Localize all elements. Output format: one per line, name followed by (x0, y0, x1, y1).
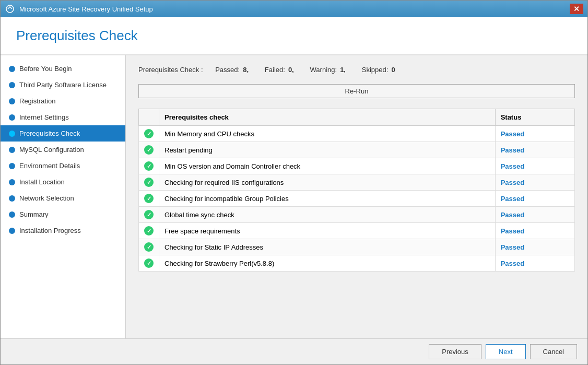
sidebar-item-mysql-configuration[interactable]: MySQL Configuration (1, 142, 125, 158)
sidebar-dot (9, 163, 15, 169)
next-button[interactable]: Next (486, 344, 526, 359)
sidebar-item-summary[interactable]: Summary (1, 206, 125, 222)
sidebar-dot (9, 228, 15, 234)
sidebar-item-internet-settings[interactable]: Internet Settings (1, 109, 125, 125)
summary-label: Prerequisites Check : (138, 66, 203, 74)
sidebar-item-prerequisites-check[interactable]: Prerequisites Check (1, 125, 125, 142)
footer: Previous Next Cancel (1, 338, 587, 364)
row-icon-cell: ✓ (139, 207, 159, 223)
status-passed-link[interactable]: Passed (501, 211, 525, 219)
row-status[interactable]: Passed (495, 191, 574, 207)
status-passed-link[interactable]: Passed (501, 243, 525, 251)
app-icon (5, 4, 15, 14)
check-passed-icon: ✓ (144, 242, 154, 252)
cancel-button[interactable]: Cancel (530, 344, 577, 359)
table-row: ✓Checking for required IIS configuration… (139, 174, 575, 191)
row-status[interactable]: Passed (495, 223, 574, 239)
table-row: ✓Free space requirementsPassed (139, 223, 575, 239)
sidebar-dot (9, 131, 15, 137)
warning-label: Warning: (310, 66, 337, 74)
row-icon-cell: ✓ (139, 158, 159, 174)
row-check-name: Checking for required IIS configurations (159, 174, 496, 191)
main-window: Microsoft Azure Site Recovery Unified Se… (0, 0, 588, 365)
status-passed-link[interactable]: Passed (501, 260, 525, 267)
table-row: ✓Checking for Static IP AddressesPassed (139, 239, 575, 255)
row-icon-cell: ✓ (139, 174, 159, 191)
table-row: ✓Global time sync checkPassed (139, 207, 575, 223)
status-passed-link[interactable]: Passed (501, 195, 525, 203)
row-status[interactable]: Passed (495, 142, 574, 158)
row-check-name: Checking for Strawberry Perl(v5.8.8) (159, 255, 496, 272)
check-passed-icon: ✓ (144, 210, 154, 219)
title-bar-left: Microsoft Azure Site Recovery Unified Se… (5, 4, 153, 14)
sidebar-dot (9, 179, 15, 185)
row-check-name: Min Memory and CPU checks (159, 126, 496, 142)
status-passed-link[interactable]: Passed (501, 146, 525, 154)
table-row: ✓Min Memory and CPU checksPassed (139, 126, 575, 142)
check-passed-icon: ✓ (144, 145, 154, 155)
sidebar-item-label: Installation Progress (19, 227, 81, 234)
status-passed-link[interactable]: Passed (501, 130, 525, 138)
row-icon-cell: ✓ (139, 142, 159, 158)
passed-value: 8, (243, 66, 249, 74)
row-status[interactable]: Passed (495, 239, 574, 255)
check-table: Prerequisites check Status ✓Min Memory a… (138, 109, 575, 272)
skipped-value: 0 (391, 66, 395, 74)
sidebar-dot (9, 147, 15, 153)
prereq-summary: Prerequisites Check : Passed: 8, Failed:… (138, 66, 575, 74)
row-status[interactable]: Passed (495, 174, 574, 191)
previous-button[interactable]: Previous (429, 344, 481, 359)
sidebar-item-environment-details[interactable]: Environment Details (1, 158, 125, 174)
warning-value: 1, (340, 66, 346, 74)
sidebar-item-label: Network Selection (19, 194, 74, 202)
check-passed-icon: ✓ (144, 129, 154, 138)
table-col-status: Status (495, 109, 574, 126)
row-status[interactable]: Passed (495, 126, 574, 142)
check-passed-icon: ✓ (144, 161, 154, 171)
row-check-name: Min OS version and Domain Controller che… (159, 158, 496, 174)
table-row: ✓Restart pendingPassed (139, 142, 575, 158)
sidebar: Before You BeginThird Party Software Lic… (1, 55, 126, 338)
check-passed-icon: ✓ (144, 178, 154, 187)
status-passed-link[interactable]: Passed (501, 162, 525, 170)
sidebar-dot (9, 211, 15, 218)
row-icon-cell: ✓ (139, 223, 159, 239)
rerun-button[interactable]: Re-Run (138, 84, 575, 98)
sidebar-dot (9, 82, 15, 88)
status-passed-link[interactable]: Passed (501, 227, 525, 235)
window-title: Microsoft Azure Site Recovery Unified Se… (19, 5, 153, 13)
row-icon-cell: ✓ (139, 239, 159, 255)
table-row: ✓Min OS version and Domain Controller ch… (139, 158, 575, 174)
row-check-name: Global time sync check (159, 207, 496, 223)
page-title: Prerequisites Check (16, 28, 572, 44)
sidebar-dot (9, 195, 15, 202)
sidebar-item-label: Registration (19, 97, 55, 105)
row-check-name: Checking for incompatible Group Policies (159, 191, 496, 207)
check-passed-icon: ✓ (144, 226, 154, 236)
sidebar-item-before-you-begin[interactable]: Before You Begin (1, 61, 125, 77)
title-bar: Microsoft Azure Site Recovery Unified Se… (1, 1, 587, 17)
status-passed-link[interactable]: Passed (501, 179, 525, 186)
sidebar-item-third-party-software-license[interactable]: Third Party Software License (1, 77, 125, 93)
row-status[interactable]: Passed (495, 207, 574, 223)
sidebar-item-registration[interactable]: Registration (1, 93, 125, 109)
row-icon-cell: ✓ (139, 255, 159, 272)
sidebar-dot (9, 114, 15, 121)
table-col-icon (139, 109, 159, 126)
sidebar-item-installation-progress[interactable]: Installation Progress (1, 222, 125, 239)
sidebar-item-label: MySQL Configuration (19, 146, 84, 154)
table-row: ✓Checking for incompatible Group Policie… (139, 191, 575, 207)
table-col-check: Prerequisites check (159, 109, 496, 126)
close-button[interactable]: ✕ (570, 4, 583, 14)
passed-label: Passed: (215, 66, 240, 74)
main-content: Prerequisites Check : Passed: 8, Failed:… (126, 55, 587, 338)
sidebar-dot (9, 66, 15, 72)
sidebar-item-network-selection[interactable]: Network Selection (1, 190, 125, 206)
table-row: ✓Checking for Strawberry Perl(v5.8.8)Pas… (139, 255, 575, 272)
sidebar-dot (9, 98, 15, 104)
sidebar-item-label: Internet Settings (19, 113, 69, 121)
row-status[interactable]: Passed (495, 255, 574, 272)
row-status[interactable]: Passed (495, 158, 574, 174)
sidebar-item-install-location[interactable]: Install Location (1, 174, 125, 190)
row-check-name: Restart pending (159, 142, 496, 158)
